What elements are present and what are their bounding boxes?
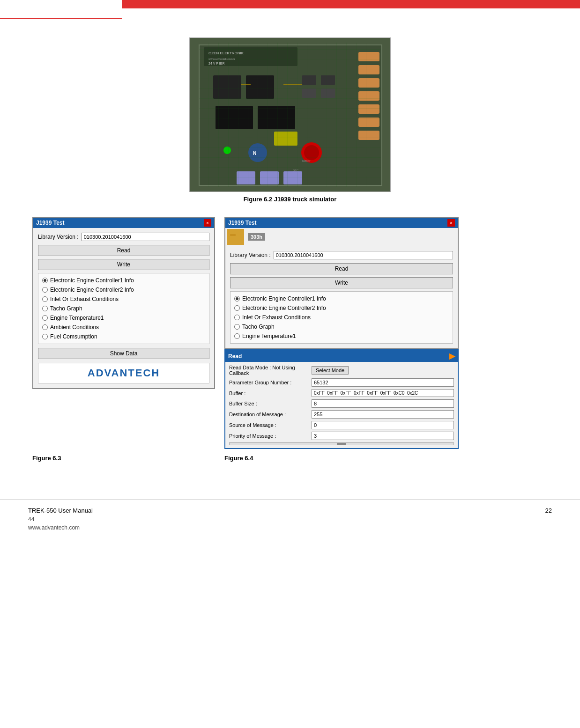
read-btn-64[interactable]: Read bbox=[230, 263, 453, 274]
figure-labels-row: Figure 6.3 Figure 6.4 bbox=[32, 455, 548, 462]
lib-version-input-64[interactable] bbox=[274, 251, 453, 259]
svg-rect-34 bbox=[230, 235, 241, 242]
dialog-64-title: J1939 Test bbox=[228, 220, 257, 226]
write-btn-63[interactable]: Write bbox=[38, 259, 209, 270]
footer-website: www.advantech.com bbox=[28, 524, 552, 531]
radio-label-64-4: Engine Temperature1 bbox=[242, 333, 296, 339]
read-btn-63[interactable]: Read bbox=[38, 245, 209, 256]
svg-rect-10 bbox=[358, 104, 379, 114]
radio-group-64: Electronic Engine Controller1 Info Elect… bbox=[230, 291, 453, 344]
radio-item-63-1[interactable]: Electronic Engine Controller2 Info bbox=[42, 287, 205, 293]
read-panel: Read ▶ Read Data Mode : Not Using Callba… bbox=[224, 349, 459, 449]
footer-page-bottom: 44 bbox=[28, 516, 34, 522]
read-mode-label: Read Data Mode : Not Using Callback bbox=[229, 365, 309, 376]
radio-item-64-0[interactable]: Electronic Engine Controller1 Info bbox=[234, 295, 449, 302]
footer-page-number: 22 bbox=[545, 507, 552, 514]
dest-msg-value[interactable] bbox=[312, 410, 454, 419]
source-msg-value[interactable] bbox=[312, 421, 454, 429]
dialog2-header: 303h bbox=[225, 228, 458, 246]
radio-item-63-6[interactable]: Fuel Comsumption bbox=[42, 333, 205, 340]
svg-rect-6 bbox=[358, 52, 379, 61]
lib-version-row-64: Library Version : bbox=[230, 251, 453, 259]
figure-62-caption: Figure 6.2 J1939 truck simulator bbox=[244, 196, 337, 203]
param-group-value[interactable] bbox=[312, 378, 454, 387]
radio-circle-64-1 bbox=[234, 305, 240, 311]
svg-rect-0 bbox=[190, 38, 391, 192]
svg-text:N: N bbox=[253, 151, 256, 156]
priority-msg-row: Priority of Message : bbox=[229, 432, 454, 440]
dialog-64-titlebar: J1939 Test × bbox=[225, 218, 458, 228]
radio-item-63-2[interactable]: Inlet Or Exhaust Conditions bbox=[42, 296, 205, 302]
hex-label: 303h bbox=[248, 233, 265, 241]
dialog-63-close[interactable]: × bbox=[204, 219, 211, 227]
scrollbar[interactable] bbox=[229, 442, 454, 445]
param-group-row: Parameter Group Number : bbox=[229, 378, 454, 387]
advantech-logo-text: ADVANTECH bbox=[88, 367, 160, 379]
radio-label-64-1: Electronic Engine Controller2 Info bbox=[242, 305, 326, 311]
dialog-63: J1939 Test × Library Version : Read Writ… bbox=[32, 217, 215, 389]
write-btn-64[interactable]: Write bbox=[230, 277, 453, 288]
radio-circle-64-4 bbox=[234, 333, 240, 339]
svg-rect-14 bbox=[260, 171, 279, 184]
svg-rect-27 bbox=[321, 88, 335, 98]
svg-rect-11 bbox=[358, 118, 379, 127]
dialog-63-titlebar: J1939 Test × bbox=[33, 218, 214, 228]
radio-label-63-1: Electronic Engine Controller2 Info bbox=[50, 287, 134, 293]
svg-text:DTC: DTC bbox=[293, 169, 299, 172]
radio-circle-63-2 bbox=[42, 296, 48, 302]
buffer-size-value[interactable] bbox=[312, 399, 454, 408]
read-panel-title: Read bbox=[228, 353, 242, 360]
dialog-64: J1939 Test × 303h Library Version bbox=[224, 217, 459, 349]
radio-label-63-5: Ambient Conditions bbox=[50, 324, 99, 331]
radio-label-63-0: Electronic Engine Controller1 Info bbox=[50, 277, 134, 284]
radio-circle-64-3 bbox=[234, 324, 240, 330]
radio-item-64-4[interactable]: Engine Temperature1 bbox=[234, 333, 449, 339]
footer-manual-title: TREK-550 User Manual bbox=[28, 507, 93, 514]
radio-label-63-6: Fuel Comsumption bbox=[50, 333, 97, 340]
radio-item-64-3[interactable]: Tacho Graph bbox=[234, 324, 449, 330]
show-data-btn[interactable]: Show Data bbox=[38, 348, 209, 359]
figure-62-container: OZEN ELEKTRONIK www.advantek.com.tr 24 V… bbox=[189, 37, 391, 203]
radio-item-63-0[interactable]: Electronic Engine Controller1 Info bbox=[42, 277, 205, 284]
svg-text:ulator: ulator bbox=[302, 159, 311, 162]
dialog-64-close[interactable]: × bbox=[447, 219, 455, 227]
radio-label-64-3: Tacho Graph bbox=[242, 324, 275, 330]
radio-item-64-2[interactable]: Inlet Or Exhaust Conditions bbox=[234, 314, 449, 321]
buffer-value[interactable] bbox=[312, 389, 454, 397]
radio-item-64-1[interactable]: Electronic Engine Controller2 Info bbox=[234, 305, 449, 311]
right-side: J1939 Test × 303h Library Version bbox=[224, 217, 548, 449]
figure-63-label: Figure 6.3 bbox=[32, 455, 215, 462]
lib-version-input-63[interactable] bbox=[82, 233, 209, 241]
footer-sub: 44 bbox=[28, 516, 552, 522]
svg-point-21 bbox=[304, 145, 319, 160]
radio-label-64-0: Electronic Engine Controller1 Info bbox=[242, 295, 326, 302]
svg-text:www.advantek.com.tr: www.advantek.com.tr bbox=[208, 58, 235, 60]
svg-rect-23 bbox=[274, 132, 297, 146]
svg-rect-25 bbox=[321, 75, 335, 85]
radio-label-64-2: Inlet Or Exhaust Conditions bbox=[242, 314, 311, 321]
radio-item-63-4[interactable]: Engine Temperature1 bbox=[42, 315, 205, 321]
circuit-board: OZEN ELEKTRONIK www.advantek.com.tr 24 V… bbox=[190, 38, 390, 191]
advantech-logo-bar: ADVANTECH bbox=[38, 363, 209, 383]
select-mode-btn[interactable]: Select Mode bbox=[312, 366, 349, 375]
priority-msg-value[interactable] bbox=[312, 432, 454, 440]
priority-msg-label: Priority of Message : bbox=[229, 433, 309, 439]
folder-icon bbox=[227, 229, 244, 245]
radio-item-63-3[interactable]: Tacho Graph bbox=[42, 305, 205, 312]
dialog-64-body: Library Version : Read Write Electronic … bbox=[225, 246, 458, 348]
read-panel-body: Read Data Mode : Not Using Callback Sele… bbox=[225, 362, 458, 448]
footer: TREK-550 User Manual 22 44 www.advantech… bbox=[0, 499, 580, 538]
figures-row: J1939 Test × Library Version : Read Writ… bbox=[32, 217, 548, 449]
read-panel-header: Read ▶ bbox=[225, 350, 458, 362]
radio-label-63-2: Inlet Or Exhaust Conditions bbox=[50, 296, 119, 302]
svg-rect-9 bbox=[358, 91, 379, 101]
source-msg-row: Source of Message : bbox=[229, 421, 454, 429]
param-group-label: Parameter Group Number : bbox=[229, 380, 309, 385]
radio-circle-63-5 bbox=[42, 324, 48, 330]
top-left-box bbox=[0, 0, 122, 19]
source-msg-label: Source of Message : bbox=[229, 422, 309, 428]
radio-item-63-5[interactable]: Ambient Conditions bbox=[42, 324, 205, 331]
svg-rect-1 bbox=[199, 45, 382, 185]
radio-circle-63-3 bbox=[42, 306, 48, 311]
dialog-63-title: J1939 Test bbox=[36, 220, 65, 226]
